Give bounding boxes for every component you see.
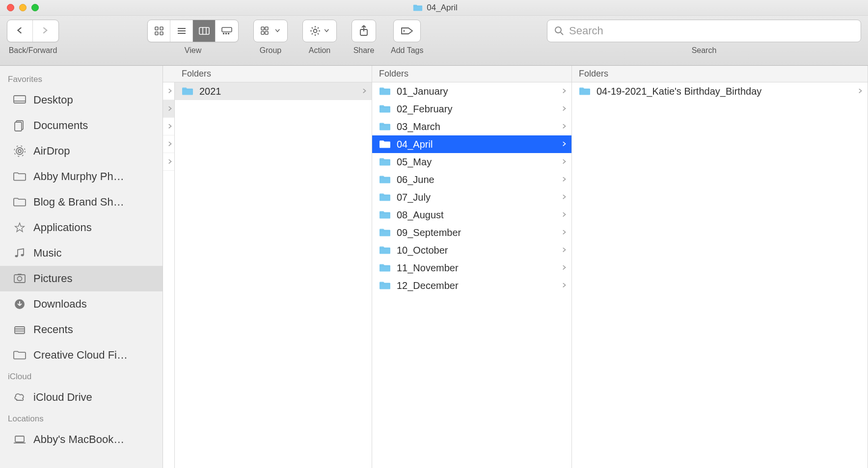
- column-stub-row[interactable]: [163, 135, 174, 153]
- icon-view-button[interactable]: [148, 20, 170, 42]
- sidebar-item[interactable]: AirDrop: [0, 138, 163, 164]
- titlebar: 04_April: [0, 0, 868, 16]
- toolbar: Back/Forward View: [0, 16, 868, 66]
- column-header[interactable]: Folders: [572, 66, 868, 82]
- folder-name: 09_September: [397, 227, 557, 238]
- tags-group: Add Tags: [391, 20, 423, 55]
- folder-icon: [182, 87, 193, 96]
- minimize-button[interactable]: [19, 4, 27, 11]
- tags-button[interactable]: [393, 20, 421, 42]
- svg-point-28: [404, 30, 405, 31]
- sidebar-item[interactable]: Downloads: [0, 291, 163, 317]
- folder-row[interactable]: 04_April: [372, 135, 571, 153]
- back-button[interactable]: [7, 20, 33, 42]
- folder-row[interactable]: 12_December: [372, 277, 571, 294]
- music-icon: [13, 247, 27, 259]
- chevron-right-icon: [563, 195, 567, 200]
- column-3: Folders 04-19-2021_Katie's Birthday_Birt…: [572, 66, 868, 468]
- folder-icon: [379, 246, 391, 255]
- folder-icon: [379, 193, 391, 202]
- sidebar-item[interactable]: iCloud Drive: [0, 385, 163, 410]
- column-stub-row[interactable]: [163, 118, 174, 135]
- sidebar-item[interactable]: Abby Murphy Ph…: [0, 164, 163, 189]
- list-view-button[interactable]: [170, 20, 193, 42]
- body: FavoritesDesktopDocumentsAirDropAbby Mur…: [0, 66, 868, 468]
- folder-row[interactable]: 06_June: [372, 171, 571, 188]
- column-1: Folders 2021: [175, 66, 372, 468]
- folder-row[interactable]: 04-19-2021_Katie's Birthday_Birthday: [572, 82, 868, 100]
- sidebar-item[interactable]: Blog & Brand Sh…: [0, 189, 163, 215]
- sidebar-item[interactable]: Pictures: [0, 266, 163, 291]
- chevron-right-icon: [563, 212, 567, 217]
- sidebar-item[interactable]: Recents: [0, 317, 163, 342]
- action-button[interactable]: [302, 20, 337, 42]
- column-stub-row[interactable]: [163, 153, 174, 171]
- column-header[interactable]: Folders: [372, 66, 571, 82]
- svg-line-30: [561, 32, 563, 35]
- zoom-button[interactable]: [31, 4, 39, 11]
- columns: Folders 2021 Folders 01_January02_Februa…: [163, 66, 868, 468]
- group-button[interactable]: [253, 20, 288, 42]
- share-button[interactable]: [352, 20, 376, 42]
- group-icon: [261, 26, 271, 36]
- folder-name: 12_December: [397, 280, 557, 291]
- svg-rect-34: [15, 122, 22, 131]
- folder-name: 2021: [199, 86, 357, 97]
- search-field[interactable]: [547, 20, 861, 42]
- chevron-right-icon: [563, 159, 567, 164]
- column-stub-row[interactable]: [163, 100, 174, 118]
- sidebar-item-label: Documents: [33, 119, 88, 132]
- svg-point-36: [16, 148, 23, 155]
- folder-row[interactable]: 07_July: [372, 188, 571, 206]
- folder-row[interactable]: 09_September: [372, 224, 571, 241]
- folder-row[interactable]: 10_October: [372, 241, 571, 259]
- folder-icon: [379, 157, 391, 166]
- close-button[interactable]: [7, 4, 14, 11]
- folder-icon: [379, 228, 391, 237]
- folder-row[interactable]: 01_January: [372, 82, 571, 100]
- documents-icon: [13, 120, 27, 131]
- folder-row[interactable]: 2021: [175, 82, 372, 100]
- folder-name: 01_January: [397, 86, 557, 97]
- folder-row[interactable]: 11_November: [372, 259, 571, 277]
- chevron-right-icon: [563, 248, 567, 253]
- folder-name: 03_March: [397, 121, 557, 132]
- folder-row[interactable]: 05_May: [372, 153, 571, 171]
- sidebar-item[interactable]: Documents: [0, 113, 163, 138]
- svg-rect-0: [155, 27, 158, 30]
- folder-row[interactable]: 08_August: [372, 206, 571, 224]
- share-label: Share: [353, 46, 375, 55]
- chevron-right-icon: [563, 230, 567, 235]
- grid-icon: [154, 26, 164, 36]
- svg-rect-14: [261, 27, 264, 30]
- back-forward-group: Back/Forward: [7, 20, 59, 55]
- tag-icon: [401, 26, 413, 36]
- gallery-icon: [221, 27, 232, 35]
- sidebar-section-header: Favorites: [0, 71, 163, 87]
- sidebar-item-label: Downloads: [33, 298, 87, 311]
- sidebar-item[interactable]: Abby's MacBook…: [0, 427, 163, 452]
- column-stub-row[interactable]: [163, 82, 174, 100]
- folder-name: 06_June: [397, 174, 557, 185]
- sidebar-item[interactable]: Music: [0, 240, 163, 266]
- sidebar-item[interactable]: Desktop: [0, 87, 163, 113]
- folder-row[interactable]: 02_February: [372, 100, 571, 118]
- column-header[interactable]: Folders: [175, 66, 372, 82]
- sidebar-item-label: Music: [33, 247, 61, 260]
- folder-name: 10_October: [397, 245, 557, 256]
- sidebar-item-label: Pictures: [33, 272, 72, 285]
- column-view-button[interactable]: [193, 20, 216, 42]
- back-forward-label: Back/Forward: [9, 46, 57, 55]
- svg-rect-11: [223, 33, 224, 34]
- forward-button[interactable]: [33, 20, 58, 42]
- sidebar-item[interactable]: Applications: [0, 215, 163, 240]
- search-group: Search: [547, 20, 861, 55]
- downloads-icon: [13, 298, 27, 310]
- sidebar: FavoritesDesktopDocumentsAirDropAbby Mur…: [0, 66, 163, 468]
- gear-icon: [310, 26, 321, 36]
- folder-icon: [379, 104, 391, 113]
- gallery-view-button[interactable]: [216, 20, 238, 42]
- search-input[interactable]: [569, 25, 854, 37]
- sidebar-item[interactable]: Creative Cloud Fi…: [0, 342, 163, 368]
- folder-row[interactable]: 03_March: [372, 118, 571, 135]
